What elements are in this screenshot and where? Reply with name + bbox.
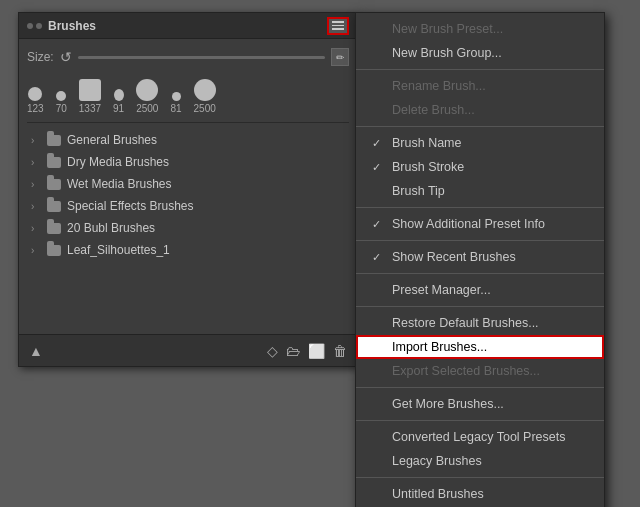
check-brush-name: ✓ — [372, 137, 386, 150]
menu-item-new-brush-group[interactable]: New Brush Group... — [356, 41, 604, 65]
menu-item-brush-tip[interactable]: Brush Tip — [356, 179, 604, 203]
expand-arrow-2: › — [31, 179, 41, 190]
menu-item-show-additional[interactable]: ✓ Show Additional Preset Info — [356, 212, 604, 236]
brush-group-label-0: General Brushes — [67, 133, 157, 147]
menu-item-import-brushes[interactable]: Import Brushes... — [356, 335, 604, 359]
brush-icon-item[interactable]: 123 — [27, 87, 44, 114]
folder-icon-0 — [47, 135, 61, 146]
panel-close-dots — [27, 23, 42, 29]
menu-label-new-brush-group: New Brush Group... — [392, 46, 502, 60]
menu-label-brush-stroke: Brush Stroke — [392, 160, 464, 174]
folder-add-icon[interactable]: 🗁 — [286, 343, 300, 359]
panel-title-left: Brushes — [27, 19, 96, 33]
brush-icon-item[interactable]: 2500 — [194, 79, 216, 114]
check-brush-stroke: ✓ — [372, 161, 386, 174]
menu-label-restore-default: Restore Default Brushes... — [392, 316, 539, 330]
dot-2 — [36, 23, 42, 29]
undo-icon[interactable]: ↺ — [60, 49, 72, 65]
brush-icons-row: 123 70 1337 91 2500 — [27, 75, 349, 123]
brush-icon-item[interactable]: 1337 — [79, 79, 101, 114]
menu-item-export-selected: Export Selected Brushes... — [356, 359, 604, 383]
expand-arrow-4: › — [31, 223, 41, 234]
menu-item-rename-brush: Rename Brush... — [356, 74, 604, 98]
menu-item-restore-default[interactable]: Restore Default Brushes... — [356, 311, 604, 335]
menu-divider-8 — [356, 420, 604, 421]
menu-item-new-brush-preset: New Brush Preset... — [356, 17, 604, 41]
brush-group-label-3: Special Effects Brushes — [67, 199, 194, 213]
brush-group-label-1: Dry Media Brushes — [67, 155, 169, 169]
brush-default-icon[interactable]: ▲ — [29, 343, 43, 359]
brush-group-3[interactable]: › Special Effects Brushes — [27, 195, 349, 217]
menu-item-converted-legacy[interactable]: Converted Legacy Tool Presets — [356, 425, 604, 449]
menu-label-export-selected: Export Selected Brushes... — [392, 364, 540, 378]
menu-divider-9 — [356, 477, 604, 478]
menu-label-brush-tip: Brush Tip — [392, 184, 445, 198]
brush-group-2[interactable]: › Wet Media Brushes — [27, 173, 349, 195]
brush-group-1[interactable]: › Dry Media Brushes — [27, 151, 349, 173]
brush-group-4[interactable]: › 20 Bubl Brushes — [27, 217, 349, 239]
menu-item-delete-brush: Delete Brush... — [356, 98, 604, 122]
brush-group-5[interactable]: › Leaf_Silhouettes_1 — [27, 239, 349, 261]
dropdown-menu: New Brush Preset... New Brush Group... R… — [355, 12, 605, 507]
expand-arrow-3: › — [31, 201, 41, 212]
menu-label-preset-manager: Preset Manager... — [392, 283, 491, 297]
menu-item-show-recent[interactable]: ✓ Show Recent Brushes — [356, 245, 604, 269]
menu-divider-2 — [356, 126, 604, 127]
expand-arrow-1: › — [31, 157, 41, 168]
menu-divider-4 — [356, 240, 604, 241]
expand-arrow-5: › — [31, 245, 41, 256]
menu-divider-6 — [356, 306, 604, 307]
menu-item-preset-manager[interactable]: Preset Manager... — [356, 278, 604, 302]
panel-content: Size: ↺ ✏ 123 70 1337 — [19, 39, 357, 267]
menu-line-2 — [332, 25, 344, 27]
menu-item-legacy-brushes[interactable]: Legacy Brushes — [356, 449, 604, 473]
menu-divider-5 — [356, 273, 604, 274]
brush-num-7: 2500 — [194, 103, 216, 114]
menu-label-new-brush-preset: New Brush Preset... — [392, 22, 503, 36]
folder-icon-1 — [47, 157, 61, 168]
workspace: Brushes Size: ↺ ✏ — [0, 0, 640, 507]
menu-line-3 — [332, 28, 344, 30]
toolbar-left: ▲ — [29, 343, 43, 359]
visibility-icon[interactable]: ◇ — [267, 343, 278, 359]
size-row: Size: ↺ ✏ — [27, 45, 349, 69]
panel-toolbar: ▲ ◇ 🗁 ⬜ 🗑 — [19, 334, 357, 366]
folder-icon-4 — [47, 223, 61, 234]
menu-item-brush-name[interactable]: ✓ Brush Name — [356, 131, 604, 155]
brush-num-5: 2500 — [136, 103, 158, 114]
brushes-panel: Brushes Size: ↺ ✏ — [18, 12, 358, 367]
brush-num-6: 81 — [170, 103, 181, 114]
delete-brush-icon[interactable]: 🗑 — [333, 343, 347, 359]
brush-group-label-5: Leaf_Silhouettes_1 — [67, 243, 170, 257]
menu-item-untitled-brushes[interactable]: Untitled Brushes — [356, 482, 604, 506]
menu-label-show-additional: Show Additional Preset Info — [392, 217, 545, 231]
size-slider[interactable] — [78, 56, 325, 59]
menu-label-show-recent: Show Recent Brushes — [392, 250, 516, 264]
brush-group-label-4: 20 Bubl Brushes — [67, 221, 155, 235]
menu-label-rename-brush: Rename Brush... — [392, 79, 486, 93]
check-show-recent: ✓ — [372, 251, 386, 264]
folder-icon-5 — [47, 245, 61, 256]
brush-num-3: 1337 — [79, 103, 101, 114]
brush-icon-item[interactable]: 70 — [56, 91, 67, 114]
dot-1 — [27, 23, 33, 29]
menu-item-get-more[interactable]: Get More Brushes... — [356, 392, 604, 416]
menu-label-brush-name: Brush Name — [392, 136, 461, 150]
brush-group-0[interactable]: › General Brushes — [27, 129, 349, 151]
size-label: Size: — [27, 50, 54, 64]
panel-menu-button[interactable] — [327, 17, 349, 35]
brush-icon-item[interactable]: 2500 — [136, 79, 158, 114]
new-brush-icon[interactable]: ⬜ — [308, 343, 325, 359]
brush-icon-item[interactable]: 91 — [113, 89, 124, 114]
size-edit-button[interactable]: ✏ — [331, 48, 349, 66]
menu-divider-3 — [356, 207, 604, 208]
brush-group-label-2: Wet Media Brushes — [67, 177, 172, 191]
brush-shape-3 — [79, 79, 101, 101]
brush-shape-2 — [56, 91, 66, 101]
panel-titlebar: Brushes — [19, 13, 357, 39]
brush-icon-item[interactable]: 81 — [170, 92, 181, 114]
check-show-additional: ✓ — [372, 218, 386, 231]
brush-num-2: 70 — [56, 103, 67, 114]
edit-icon: ✏ — [336, 52, 344, 63]
menu-item-brush-stroke[interactable]: ✓ Brush Stroke — [356, 155, 604, 179]
